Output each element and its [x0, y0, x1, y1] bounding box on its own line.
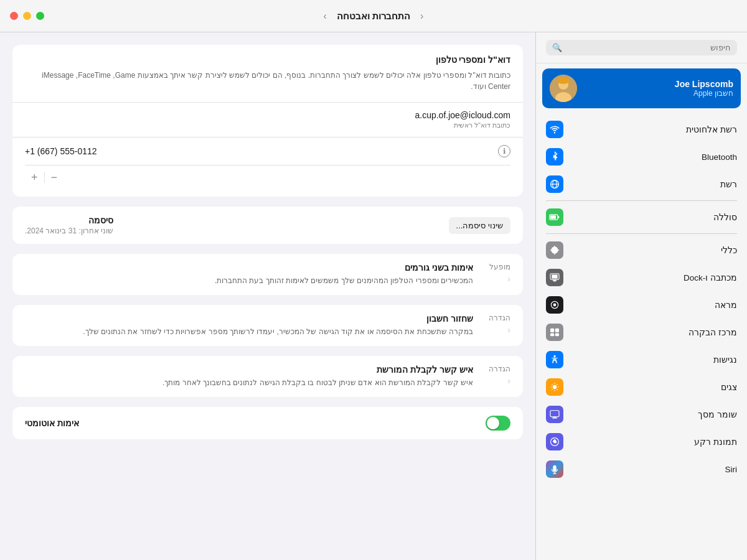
recovery-title: שחזור חשבון: [25, 314, 473, 324]
svg-point-22: [553, 355, 555, 357]
titlebar: ‹ התחברות ואבטחה ›: [0, 0, 747, 32]
recovery-right: שחזור חשבון במקרה שתשכחת את הסיסמה או את…: [25, 314, 473, 337]
main-layout: דוא"ל ומספרי טלפון כתובות דוא"ל ומספרי ט…: [0, 32, 747, 560]
appearances-icon: [546, 378, 563, 396]
add-button[interactable]: +: [25, 170, 44, 184]
titlebar-nav: ‹ התחברות ואבטחה ›: [321, 9, 426, 23]
network-icon: [546, 175, 563, 193]
tfa-status: מופעל: [489, 263, 510, 271]
user-name: Joe Lipscomb: [583, 79, 733, 89]
accessibility-icon: [546, 351, 563, 368]
close-button[interactable]: [10, 12, 18, 20]
back-button[interactable]: ‹: [321, 9, 329, 23]
svg-rect-14: [553, 280, 557, 281]
svg-rect-25: [553, 417, 557, 418]
minimize-button[interactable]: [23, 12, 31, 20]
recovery-left: הגדרה ‹: [473, 314, 510, 335]
auto-signout-title: אימות אוטומטי: [25, 418, 79, 428]
sidebar-label-accessibility: נגישות: [571, 355, 737, 365]
sidebar-item-network[interactable]: רשת: [536, 170, 747, 198]
svg-rect-18: [550, 329, 554, 332]
sidebar-label-appearances: צגים: [571, 382, 737, 392]
sidebar-label-display: מראה: [571, 300, 737, 310]
info-icon[interactable]: ℹ: [498, 145, 510, 157]
general-icon: [546, 241, 563, 259]
sidebar-item-display[interactable]: מראה: [536, 291, 747, 319]
sidebar-item-wifi[interactable]: רשת אלחוטית: [536, 116, 747, 143]
content-area: דוא"ל ומספרי טלפון כתובות דוא"ל ומספרי ט…: [0, 32, 535, 560]
phone-row: ℹ +1 (667) 555-0112: [25, 138, 510, 165]
auto-signout-toggle[interactable]: [486, 416, 510, 431]
email-phone-card: דוא"ל ומספרי טלפון כתובות דוא"ל ומספרי ט…: [12, 45, 523, 197]
battery-icon: [546, 208, 563, 226]
sidebar-label-battery: סוללה: [571, 212, 737, 222]
tfa-left: מופעל ‹: [473, 263, 510, 284]
search-input[interactable]: [566, 43, 731, 52]
sidebar-label-desktop: מכתבה ו-Dock: [571, 273, 737, 282]
sidebar-label-general: כללי: [571, 245, 737, 255]
page-title: התחברות ואבטחה: [337, 11, 410, 22]
sidebar-label-control: מרכז הבקרה: [571, 327, 737, 337]
forward-button[interactable]: ›: [418, 9, 426, 23]
sidebar-item-screensaver[interactable]: שומר מסך: [536, 401, 747, 428]
svg-rect-26: [552, 418, 557, 418]
bluetooth-icon: [546, 148, 563, 166]
svg-rect-15: [553, 281, 555, 281]
two-factor-card[interactable]: מופעל ‹ אימות בשני גורמים המכשירים ומספר…: [12, 254, 523, 295]
sidebar-divider-1: [546, 200, 737, 201]
sidebar-list: רשת אלחוטית Bluetooth רשת סוללה: [536, 113, 747, 560]
legacy-chevron: ‹: [507, 376, 510, 386]
sidebar-item-desktop[interactable]: מכתבה ו-Dock: [536, 264, 747, 291]
maximize-button[interactable]: [36, 12, 44, 20]
svg-rect-19: [555, 329, 559, 332]
svg-point-23: [553, 385, 557, 389]
sidebar: 🔍 Joe Lipscomb חשבון Apple: [535, 32, 747, 560]
window-controls: [10, 12, 44, 20]
screensaver-icon: [546, 406, 563, 423]
add-remove-divider: [44, 172, 45, 183]
sidebar-label-bluetooth: Bluetooth: [571, 152, 737, 162]
avatar: [550, 75, 577, 102]
account-recovery-card[interactable]: הגדרה ‹ שחזור חשבון במקרה שתשכחת את הסיס…: [12, 305, 523, 346]
sidebar-label-screensaver: שומר מסך: [571, 409, 737, 419]
sidebar-item-accessibility[interactable]: נגישות: [536, 346, 747, 373]
search-icon: 🔍: [552, 43, 562, 52]
legacy-contact-card[interactable]: הגדרה ‹ איש קשר לקבלת המורשת איש קשר לקב…: [12, 356, 523, 397]
tfa-desc: המכשירים ומספרי הטלפון המהימנים שלך משמש…: [25, 275, 473, 286]
password-section: שינוי סיסמה... סיסמה שוני אחרון: 31 בינו…: [12, 207, 523, 244]
tfa-title: אימות בשני גורמים: [25, 263, 473, 273]
toggle-knob: [487, 417, 499, 429]
sidebar-item-siri[interactable]: Siri: [536, 455, 747, 483]
email-row: a.cup.of.joe@icloud.com כתובת דוא"ל ראשי…: [25, 103, 510, 137]
sidebar-item-general[interactable]: כללי: [536, 236, 747, 264]
password-date: שוני אחרון: 31 בינואר 2024.: [25, 226, 113, 235]
legacy-desc: איש קשר לקבלת המורשת הוא אדם שניתן לבטוח…: [25, 377, 473, 388]
legacy-status: הגדרה: [489, 365, 510, 373]
email-phone-section: דוא"ל ומספרי טלפון כתובות דוא"ל ומספרי ט…: [12, 45, 523, 197]
sidebar-item-battery[interactable]: סוללה: [536, 203, 747, 231]
legacy-title: איש קשר לקבלת המורשת: [25, 365, 473, 375]
user-info: Joe Lipscomb חשבון Apple: [583, 79, 733, 98]
tfa-section: מופעל ‹ אימות בשני גורמים המכשירים ומספר…: [12, 254, 523, 295]
tfa-right: אימות בשני גורמים המכשירים ומספרי הטלפון…: [25, 263, 473, 286]
desktop-icon: [546, 269, 563, 286]
user-profile-item[interactable]: Joe Lipscomb חשבון Apple: [542, 68, 741, 108]
change-password-button[interactable]: שינוי סיסמה...: [449, 217, 510, 234]
password-right: סיסמה שוני אחרון: 31 בינואר 2024.: [25, 215, 113, 235]
recovery-desc: במקרה שתשכחת את הסיסמה או את קוד הגישה ש…: [25, 326, 473, 337]
sidebar-item-bluetooth[interactable]: Bluetooth: [536, 143, 747, 170]
email-value: a.cup.of.joe@icloud.com: [25, 110, 510, 120]
tfa-chevron: ‹: [507, 274, 510, 284]
svg-rect-10: [558, 216, 559, 218]
siri-icon: [546, 460, 563, 478]
email-phone-desc: כתובות דוא"ל ומספרי טלפון אלה יכולים לשמ…: [25, 70, 510, 92]
sidebar-item-control[interactable]: מרכז הבקרה: [536, 319, 747, 346]
sidebar-item-wallpaper[interactable]: תמונת רקע: [536, 428, 747, 455]
remove-button[interactable]: −: [45, 170, 64, 184]
sidebar-item-appearances[interactable]: צגים: [536, 373, 747, 401]
legacy-left: הגדרה ‹: [473, 365, 510, 386]
email-label: כתובת דוא"ל ראשית: [25, 121, 510, 129]
legacy-right: איש קשר לקבלת המורשת איש קשר לקבלת המורש…: [25, 365, 473, 388]
svg-rect-20: [550, 334, 554, 337]
svg-rect-13: [552, 274, 557, 278]
